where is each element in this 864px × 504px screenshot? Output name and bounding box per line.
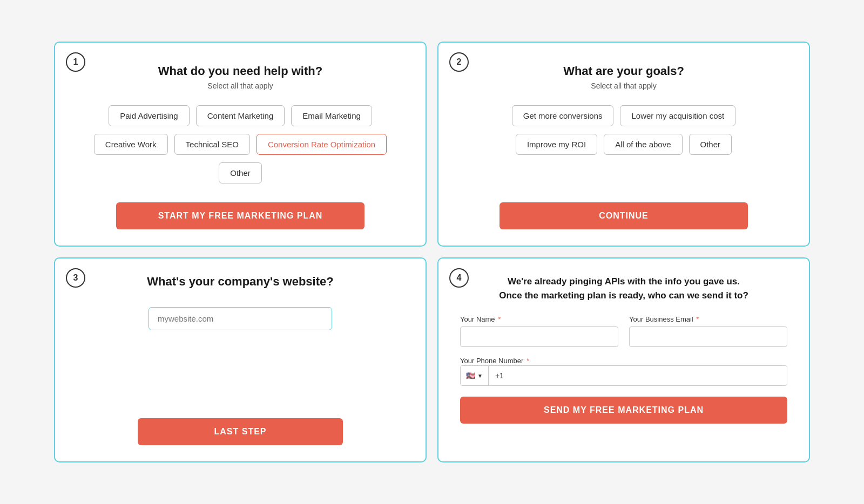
main-grid: 1 What do you need help with? Select all… xyxy=(54,42,810,462)
step4-badge: 4 xyxy=(449,268,469,288)
step4-name-label: Your Name * xyxy=(460,315,618,323)
step2-options: Get more conversions Lower my acquisitio… xyxy=(460,105,787,155)
step4-phone-label: Your Phone Number * xyxy=(460,357,529,365)
step4-cta[interactable]: SEND MY FREE MARKETING PLAN xyxy=(460,397,787,424)
option-other-1[interactable]: Other xyxy=(219,162,262,183)
phone-flag-dropdown[interactable]: 🇺🇸 ▼ xyxy=(461,366,489,385)
step2-cta[interactable]: CONTINUE xyxy=(500,202,748,229)
option-email-marketing[interactable]: Email Marketing xyxy=(291,105,372,126)
step1-subtitle: Select all that apply xyxy=(207,81,273,90)
step1-row1: Paid Advertising Content Marketing Email… xyxy=(109,105,372,126)
step1-title: What do you need help with? xyxy=(158,64,322,78)
step4-intro-line2: Once the marketing plan is ready, who ca… xyxy=(499,290,748,301)
option-technical-seo[interactable]: Technical SEO xyxy=(174,134,250,155)
step3-badge: 3 xyxy=(66,268,85,288)
option-all-above[interactable]: All of the above xyxy=(604,134,682,155)
step2-card: 2 What are your goals? Select all that a… xyxy=(437,42,810,247)
step2-title: What are your goals? xyxy=(563,64,684,78)
name-required: * xyxy=(496,315,501,323)
option-more-conversions[interactable]: Get more conversions xyxy=(512,105,614,126)
phone-row: 🇺🇸 ▼ xyxy=(460,365,787,386)
step4-body: We're already pinging APIs with the info… xyxy=(460,275,787,424)
step3-title: What's your company's website? xyxy=(147,275,333,289)
step1-row3: Other xyxy=(219,162,262,183)
phone-required: * xyxy=(524,357,529,365)
step1-badge: 1 xyxy=(66,52,85,72)
step4-intro: We're already pinging APIs with the info… xyxy=(499,275,748,302)
step4-intro-line1: We're already pinging APIs with the info… xyxy=(508,276,740,287)
step1-options: Paid Advertising Content Marketing Email… xyxy=(77,105,404,183)
option-improve-roi[interactable]: Improve my ROI xyxy=(516,134,597,155)
flag-emoji: 🇺🇸 xyxy=(466,371,475,380)
step1-row2: Creative Work Technical SEO Conversion R… xyxy=(94,134,387,155)
step3-cta[interactable]: LAST STEP xyxy=(138,418,343,445)
step1-card: 1 What do you need help with? Select all… xyxy=(54,42,427,247)
step2-badge: 2 xyxy=(449,52,469,72)
name-input[interactable] xyxy=(460,326,618,347)
email-required: * xyxy=(694,315,699,323)
step4-phone-group: Your Phone Number * 🇺🇸 ▼ xyxy=(460,356,787,386)
option-creative-work[interactable]: Creative Work xyxy=(94,134,168,155)
step4-name-email-row: Your Name * Your Business Email * xyxy=(460,315,787,347)
option-other-2[interactable]: Other xyxy=(689,134,732,155)
step4-email-label: Your Business Email * xyxy=(629,315,787,323)
step4-email-group: Your Business Email * xyxy=(629,315,787,347)
step1-cta[interactable]: START MY FREE MARKETING PLAN xyxy=(116,202,364,229)
phone-input[interactable] xyxy=(489,366,787,385)
step4-name-group: Your Name * xyxy=(460,315,618,347)
step3-body: What's your company's website? LAST STEP xyxy=(77,275,404,445)
chevron-down-icon: ▼ xyxy=(477,373,483,379)
option-lower-acquisition[interactable]: Lower my acquisition cost xyxy=(620,105,735,126)
step2-row2: Improve my ROI All of the above Other xyxy=(516,134,732,155)
option-cro[interactable]: Conversion Rate Optimization xyxy=(256,134,387,155)
step2-row1: Get more conversions Lower my acquisitio… xyxy=(512,105,735,126)
step4-card: 4 We're already pinging APIs with the in… xyxy=(437,257,810,462)
email-input[interactable] xyxy=(629,326,787,347)
option-content-marketing[interactable]: Content Marketing xyxy=(196,105,285,126)
option-paid-advertising[interactable]: Paid Advertising xyxy=(109,105,190,126)
website-input[interactable] xyxy=(148,307,332,330)
step3-card: 3 What's your company's website? LAST ST… xyxy=(54,257,427,462)
step2-subtitle: Select all that apply xyxy=(591,81,656,90)
